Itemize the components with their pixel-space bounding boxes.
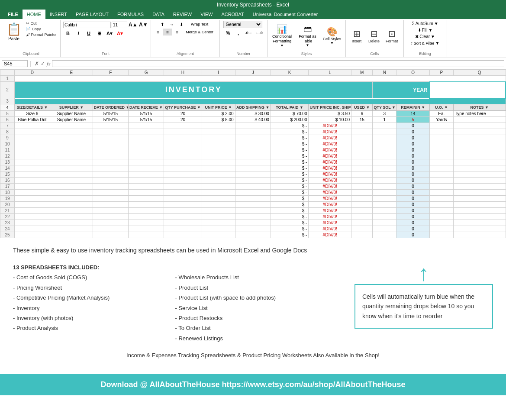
clear-button[interactable]: ✖ Clear ▼ bbox=[414, 34, 436, 39]
increase-decimal-button[interactable]: .0→ bbox=[244, 29, 254, 37]
insert-function-icon[interactable]: 𝑓𝑥 bbox=[47, 61, 50, 67]
cell-reference-input[interactable] bbox=[2, 60, 28, 67]
col-i[interactable]: I bbox=[202, 70, 235, 76]
col-q[interactable]: Q bbox=[453, 70, 506, 76]
font-name-input[interactable] bbox=[63, 22, 111, 28]
cut-button[interactable]: ✂ Cut bbox=[25, 21, 58, 26]
cell-l5[interactable]: $ 3.50 bbox=[309, 111, 351, 117]
paste-icon: 📋 bbox=[6, 22, 22, 36]
font-size-input[interactable] bbox=[112, 22, 127, 28]
cell-n6[interactable]: 1 bbox=[373, 117, 396, 123]
col-m[interactable]: M bbox=[351, 70, 373, 76]
col-date-ordered-header: DATE ORDERED ▼ bbox=[93, 104, 128, 111]
cell-n5[interactable]: 3 bbox=[373, 111, 396, 117]
cell-k5[interactable]: $ 70.00 bbox=[271, 111, 309, 117]
copy-button[interactable]: 📄 Copy bbox=[25, 26, 58, 32]
cell-g6[interactable]: 5/1/15 bbox=[128, 117, 164, 123]
tab-home[interactable]: HOME bbox=[23, 10, 45, 19]
format-painter-button[interactable]: 🖌 Format Painter bbox=[25, 32, 58, 37]
comma-button[interactable]: , bbox=[234, 29, 243, 37]
formula-input[interactable] bbox=[52, 60, 504, 67]
font-shrink-button[interactable]: A▼ bbox=[139, 21, 148, 29]
delete-button[interactable]: ⊟ Delete bbox=[366, 22, 382, 50]
tab-review[interactable]: REVIEW bbox=[169, 10, 196, 19]
tab-formulas[interactable]: FORMULAS bbox=[113, 10, 148, 19]
table-row: 1 bbox=[0, 76, 506, 82]
cell-p6[interactable]: Yards bbox=[429, 117, 453, 123]
confirm-formula-icon[interactable]: ✓ bbox=[41, 61, 45, 67]
cell-i6[interactable]: $ 8.00 bbox=[202, 117, 235, 123]
cell-l6[interactable]: $ 10.00 bbox=[309, 117, 351, 123]
align-center-button[interactable]: ≡ bbox=[163, 29, 172, 36]
cell-h5[interactable]: 20 bbox=[164, 111, 202, 117]
cell-d5[interactable]: Size 6 bbox=[14, 111, 50, 117]
paste-button[interactable]: 📋 Paste bbox=[4, 21, 23, 42]
col-e[interactable]: E bbox=[50, 70, 93, 76]
align-left-button[interactable]: ≡ bbox=[154, 29, 162, 36]
table-row: 12$ -#DIV/0!0 bbox=[0, 153, 506, 159]
wrap-text-button[interactable]: Wrap Text bbox=[187, 21, 213, 28]
cell-d6[interactable]: Blue Polka Dot bbox=[14, 117, 50, 123]
number-format-select[interactable]: General Number Currency Percentage bbox=[223, 21, 262, 28]
format-button[interactable]: ⊡ Format bbox=[383, 22, 401, 50]
cell-q5[interactable]: Type notes here bbox=[453, 111, 506, 117]
list-item: - Pricing Worksheet bbox=[13, 284, 62, 291]
tab-view[interactable]: VIEW bbox=[196, 10, 217, 19]
cell-h6[interactable]: 20 bbox=[164, 117, 202, 123]
underline-button[interactable]: U bbox=[84, 29, 93, 37]
cell-j5[interactable]: $ 30.00 bbox=[235, 111, 271, 117]
tab-page-layout[interactable]: PAGE LAYOUT bbox=[71, 10, 113, 19]
cell-m5[interactable]: 6 bbox=[351, 111, 373, 117]
fill-color-button[interactable]: A▾ bbox=[105, 29, 114, 37]
align-middle-button[interactable]: ↔ bbox=[168, 21, 176, 28]
col-k[interactable]: K bbox=[271, 70, 309, 76]
cell-m6[interactable]: 15 bbox=[351, 117, 373, 123]
decrease-decimal-button[interactable]: ←.0 bbox=[255, 29, 264, 37]
cell-q6[interactable] bbox=[453, 117, 506, 123]
fill-button[interactable]: ⬇ Fill ▼ bbox=[416, 27, 434, 33]
cell-o6[interactable]: 5 bbox=[396, 117, 430, 123]
tab-insert[interactable]: INSERT bbox=[45, 10, 71, 19]
col-f[interactable]: F bbox=[93, 70, 128, 76]
insert-button[interactable]: ⊞ Insert bbox=[348, 22, 365, 50]
col-o[interactable]: O bbox=[396, 70, 430, 76]
sort-filter-button[interactable]: ↕ Sort & Filter ▼ bbox=[409, 40, 441, 46]
col-g[interactable]: G bbox=[128, 70, 164, 76]
tab-udc[interactable]: Universal Document Converter bbox=[248, 10, 322, 19]
cell-p5[interactable]: Ea. bbox=[429, 111, 453, 117]
col-p[interactable]: P bbox=[429, 70, 453, 76]
cell-o5[interactable]: 14 bbox=[396, 111, 430, 117]
col-n[interactable]: N bbox=[373, 70, 396, 76]
cell-f6[interactable]: 5/15/15 bbox=[93, 117, 128, 123]
format-as-table-button[interactable]: 🗃 Format as Table ▼ bbox=[296, 23, 319, 49]
tab-acrobat[interactable]: ACROBAT bbox=[217, 10, 248, 19]
cell-i5[interactable]: $ 2.00 bbox=[202, 111, 235, 117]
tab-data[interactable]: DATA bbox=[148, 10, 169, 19]
year-input-cell[interactable] bbox=[429, 82, 506, 98]
align-top-button[interactable]: ⬆ bbox=[158, 21, 167, 28]
merge-center-button[interactable]: Merge & Center bbox=[182, 29, 217, 36]
col-j[interactable]: J bbox=[235, 70, 271, 76]
cell-styles-button[interactable]: 🎨 Cell Styles ▼ bbox=[321, 23, 343, 49]
tab-file[interactable]: FILE bbox=[3, 10, 23, 19]
cancel-formula-icon[interactable]: ✗ bbox=[35, 61, 39, 67]
conditional-formatting-button[interactable]: 📊 Conditional Formatting ▼ bbox=[270, 23, 294, 49]
cell-j6[interactable]: $ 40.00 bbox=[235, 117, 271, 123]
align-right-button[interactable]: ≡ bbox=[173, 29, 181, 36]
autosum-button[interactable]: Σ AutoSum ▼ bbox=[410, 21, 439, 26]
col-d[interactable]: D bbox=[14, 70, 50, 76]
cell-k6[interactable]: $ 200.00 bbox=[271, 117, 309, 123]
cell-e6[interactable]: Supplier Name bbox=[50, 117, 93, 123]
cell-g5[interactable]: 5/1/15 bbox=[128, 111, 164, 117]
italic-button[interactable]: I bbox=[74, 29, 83, 37]
border-button[interactable]: ⊞ bbox=[94, 29, 104, 37]
cell-f5[interactable]: 5/15/15 bbox=[93, 111, 128, 117]
align-bottom-button[interactable]: ⬇ bbox=[177, 21, 186, 28]
col-l[interactable]: L bbox=[309, 70, 351, 76]
cell-e5[interactable]: Supplier Name bbox=[50, 111, 93, 117]
col-h[interactable]: H bbox=[164, 70, 202, 76]
bold-button[interactable]: B bbox=[63, 29, 73, 37]
percent-button[interactable]: % bbox=[223, 29, 233, 37]
font-color-button[interactable]: A▾ bbox=[115, 29, 125, 37]
font-grow-button[interactable]: A▲ bbox=[128, 21, 138, 29]
